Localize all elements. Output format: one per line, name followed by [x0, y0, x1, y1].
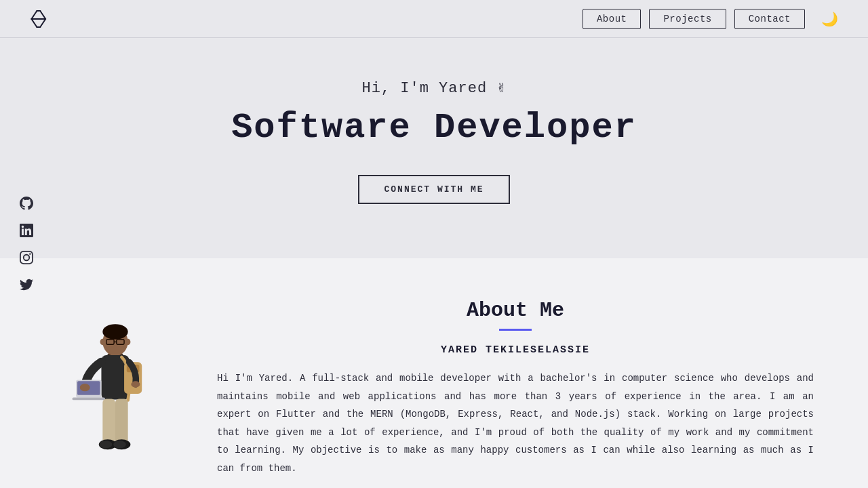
contact-nav-button[interactable]: Contact [734, 9, 805, 29]
about-heading: About Me [217, 299, 814, 322]
hero-section: Hi, I'm Yared ✌️ Software Developer CONN… [0, 38, 868, 258]
svg-rect-16 [73, 398, 106, 401]
connect-button[interactable]: CONNECT WITH ME [358, 175, 509, 204]
nav-right: About Projects Contact 🌙 [583, 8, 841, 30]
about-nav-button[interactable]: About [583, 9, 642, 29]
about-name: YARED TEKILESELASSIE [217, 344, 814, 356]
dark-mode-toggle[interactable]: 🌙 [818, 8, 841, 30]
svg-point-17 [80, 384, 90, 391]
svg-point-5 [102, 324, 127, 339]
hero-greeting: Hi, I'm Yared ✌️ [361, 79, 506, 97]
greeting-text: Hi, I'm Yared [361, 80, 487, 97]
svg-point-18 [131, 381, 140, 387]
twitter-icon[interactable] [19, 277, 34, 292]
greeting-emoji: ✌️ [496, 80, 506, 97]
about-bio: Hi I'm Yared. A full-stack and mobile de… [217, 369, 814, 478]
logo[interactable] [27, 5, 54, 33]
github-icon[interactable] [19, 196, 34, 211]
svg-point-24 [113, 441, 126, 448]
instagram-icon[interactable] [19, 250, 34, 265]
about-divider [499, 329, 532, 331]
logo-icon [27, 5, 54, 33]
person-illustration [54, 299, 190, 488]
svg-point-22 [100, 441, 113, 448]
social-sidebar [19, 196, 34, 292]
person-svg [54, 299, 176, 488]
svg-point-10 [125, 339, 130, 345]
navbar: About Projects Contact 🌙 [0, 0, 868, 38]
projects-nav-button[interactable]: Projects [649, 9, 726, 29]
about-content: About Me YARED TEKILESELASSIE Hi I'm Yar… [54, 299, 814, 488]
svg-rect-19 [102, 399, 115, 443]
about-section: About Me YARED TEKILESELASSIE Hi I'm Yar… [0, 258, 868, 488]
svg-point-9 [100, 339, 105, 345]
hero-title: Software Developer [231, 108, 637, 148]
about-text-area: About Me YARED TEKILESELASSIE Hi I'm Yar… [217, 299, 814, 488]
svg-rect-20 [115, 399, 128, 443]
linkedin-icon[interactable] [19, 223, 34, 238]
